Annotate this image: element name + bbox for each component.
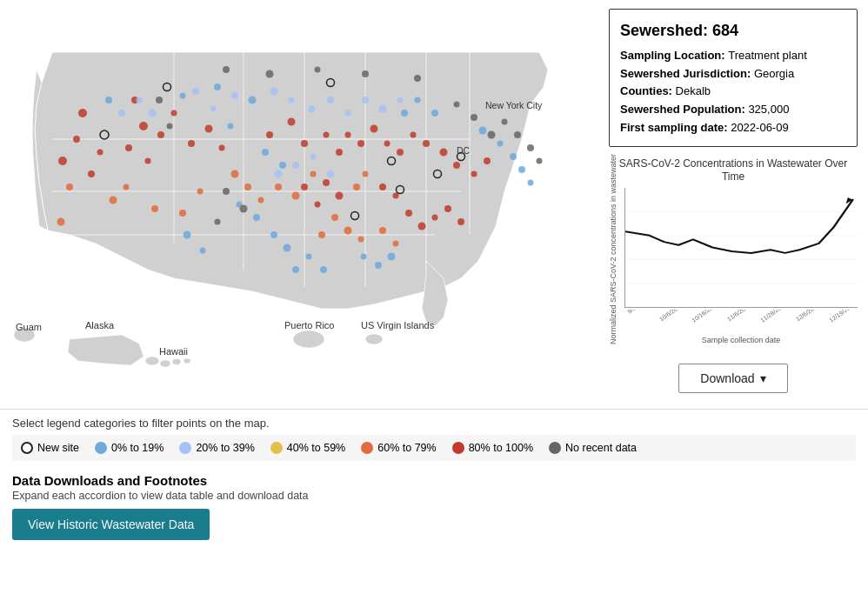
svg-point-57: [66, 184, 73, 190]
top-section: Guam Alaska Hawaii Puerto Rico US Virgin…: [0, 0, 868, 409]
svg-point-19: [88, 170, 95, 177]
view-historic-label: View Historic Wastewater Data: [28, 517, 194, 531]
legend-label-20-39: 20% to 39%: [196, 442, 254, 454]
svg-point-90: [415, 97, 421, 103]
x-date-7: 12/19/2022: [828, 310, 858, 332]
svg-point-12: [172, 359, 181, 365]
svg-point-27: [188, 140, 195, 147]
map-area[interactable]: Guam Alaska Hawaii Puerto Rico US Virgin…: [0, 0, 598, 409]
legend-item-20-39[interactable]: 20% to 39%: [179, 442, 254, 454]
svg-point-30: [266, 131, 273, 138]
svg-point-114: [327, 97, 334, 103]
main-container: Guam Alaska Hawaii Puerto Rico US Virgin…: [0, 0, 868, 549]
first-sampling-label: First sampling date:: [620, 119, 728, 137]
population-label: Sewershed Population:: [620, 101, 745, 119]
svg-point-71: [331, 214, 338, 221]
svg-point-26: [171, 110, 177, 117]
chart-wrapper: Normalized SARS-CoV-2 concentrations in …: [609, 188, 858, 344]
legend-icon-no-recent: [549, 442, 561, 454]
jurisdiction-value: Georgia: [754, 65, 794, 83]
legend-item-80-100[interactable]: 80% to 100%: [452, 442, 533, 454]
legend-items: New site 0% to 19% 20% to 39% 40% to 59%…: [12, 435, 856, 461]
svg-point-14: [293, 330, 324, 348]
svg-point-138: [240, 205, 248, 213]
svg-point-10: [145, 357, 159, 365]
legend-item-40-59[interactable]: 40% to 59%: [270, 442, 345, 454]
svg-point-45: [484, 157, 491, 164]
chart-section: SARS-CoV-2 Concentrations in Wastewater …: [609, 157, 858, 344]
svg-point-82: [228, 123, 234, 130]
chart-inner: 9/6/2022 10/6/2022 10/16/2022 11/6/2022 …: [624, 188, 858, 344]
svg-point-123: [156, 97, 163, 103]
svg-point-79: [180, 93, 186, 99]
svg-point-129: [414, 75, 421, 82]
svg-point-24: [145, 158, 151, 164]
svg-point-39: [397, 149, 404, 156]
svg-point-106: [137, 97, 143, 103]
svg-point-107: [149, 110, 157, 117]
svg-point-25: [157, 131, 164, 138]
svg-point-111: [270, 88, 278, 96]
svg-point-18: [58, 157, 67, 165]
legend-icon-20-39: [179, 442, 191, 454]
svg-point-84: [279, 162, 286, 169]
chart-x-label: Sample collection date: [624, 336, 858, 344]
svg-point-77: [57, 218, 65, 226]
svg-point-11: [160, 360, 170, 367]
svg-point-54: [432, 215, 438, 221]
download-icon: ▾: [760, 371, 766, 385]
svg-point-73: [358, 237, 364, 243]
svg-point-130: [454, 102, 460, 108]
legend-icon-40-59: [270, 442, 283, 454]
legend-icon-new-site: [21, 442, 33, 454]
jurisdiction-row: Sewershed Jurisdiction: Georgia: [620, 65, 846, 83]
legend-label-no-recent: No recent data: [565, 442, 637, 454]
svg-point-58: [110, 197, 117, 204]
svg-point-131: [471, 114, 477, 121]
chart-svg: [624, 188, 858, 308]
legend-label-40-59: 40% to 59%: [287, 442, 345, 454]
population-row: Sewershed Population: 325,000: [620, 101, 846, 119]
svg-point-74: [318, 231, 325, 238]
legend-icon-60-79: [361, 442, 373, 454]
svg-point-52: [405, 210, 412, 217]
svg-point-78: [105, 97, 112, 103]
x-date-4: 11/6/2022: [726, 310, 761, 332]
svg-point-29: [219, 145, 225, 151]
sampling-location-row: Sampling Location: Treatment plant: [620, 47, 846, 65]
svg-point-100: [320, 266, 327, 273]
download-button[interactable]: Download ▾: [678, 364, 787, 393]
svg-text:Puerto Rico: Puerto Rico: [284, 320, 334, 330]
svg-point-128: [362, 70, 369, 77]
svg-point-23: [125, 144, 132, 151]
view-historic-button[interactable]: View Historic Wastewater Data: [12, 509, 210, 540]
legend-item-0-19[interactable]: 0% to 19%: [95, 442, 164, 454]
legend-item-no-recent[interactable]: No recent data: [549, 442, 637, 454]
legend-label-60-79: 60% to 79%: [377, 442, 436, 454]
svg-point-62: [197, 189, 204, 195]
svg-point-59: [124, 184, 130, 190]
svg-point-65: [258, 197, 264, 204]
downloads-subtitle: Expand each accordion to view data table…: [12, 490, 856, 502]
svg-point-115: [345, 110, 351, 117]
x-date-1: 9/6/2022: [626, 310, 658, 328]
svg-point-63: [231, 170, 239, 178]
population-value: 325,000: [748, 101, 789, 119]
legend-item-60-79[interactable]: 60% to 79%: [361, 442, 436, 454]
svg-point-109: [210, 106, 217, 112]
svg-text:New York City: New York City: [485, 100, 543, 110]
downloads-title: Data Downloads and Footnotes: [12, 473, 856, 488]
svg-point-76: [393, 241, 399, 247]
svg-point-61: [179, 210, 186, 217]
svg-point-48: [315, 202, 321, 208]
svg-point-127: [315, 67, 321, 73]
svg-point-124: [167, 123, 173, 130]
svg-point-96: [528, 180, 534, 186]
svg-point-86: [253, 214, 260, 221]
legend-icon-80-100: [452, 442, 464, 454]
svg-point-98: [284, 244, 291, 252]
svg-point-34: [336, 149, 343, 156]
legend-item-new-site[interactable]: New site: [21, 442, 79, 454]
svg-point-72: [344, 227, 352, 235]
svg-point-97: [270, 231, 277, 238]
